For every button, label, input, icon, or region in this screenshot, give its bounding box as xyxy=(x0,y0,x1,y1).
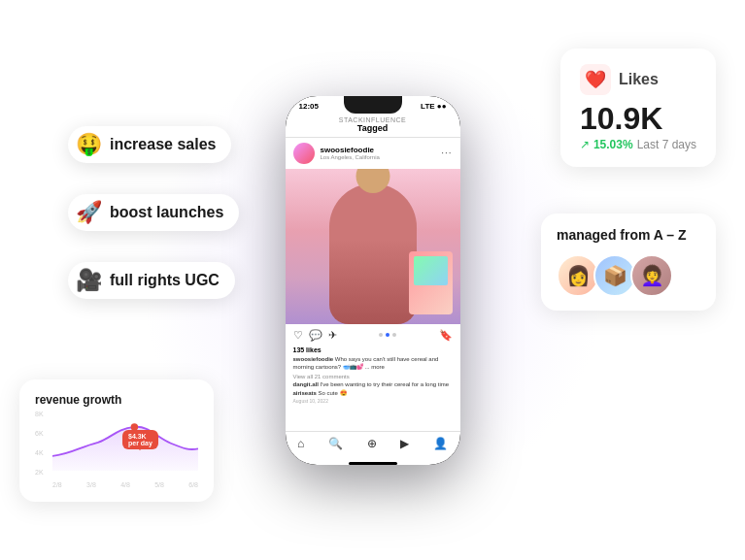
view-comments[interactable]: View all 21 comments xyxy=(286,373,460,380)
chart-y-labels: 8K 6K 4K 2K xyxy=(35,411,44,488)
comment-1-user: dangit.all xyxy=(293,381,319,387)
phone-screen: 12:05 LTE ●● STACKINFLUENCE Tagged swoos… xyxy=(286,96,460,465)
person-head xyxy=(356,169,389,193)
phone-notch xyxy=(344,96,402,114)
likes-period: Last 7 days xyxy=(637,138,696,151)
phone-mockup: 12:05 LTE ●● STACKINFLUENCE Tagged swoos… xyxy=(286,96,460,465)
post-actions: ♡ 💬 ✈ 🔖 xyxy=(286,324,460,346)
revenue-title: revenue growth xyxy=(35,393,198,407)
likes-number: 10.9K xyxy=(580,103,696,134)
camera-emoji: 🎥 xyxy=(76,270,102,291)
share-icon[interactable]: ✈ xyxy=(328,329,337,342)
managed-avatar-3: 👩‍🦱 xyxy=(630,254,673,297)
money-emoji: 🤑 xyxy=(76,134,102,155)
bottom-nav: ⌂ 🔍 ⊕ ▶ 👤 xyxy=(286,431,460,458)
reel-icon[interactable]: ▶ xyxy=(400,437,409,450)
post-caption: swoosiefoodie Who says you can't still h… xyxy=(286,353,460,374)
comment-1-text: I've been wanting to try their cereal fo… xyxy=(321,381,450,387)
caption-username: swoosiefoodie xyxy=(293,356,334,362)
likes-percent: 15.03% xyxy=(593,138,633,151)
likes-card: ❤️ Likes 10.9K ↗ 15.03% Last 7 days xyxy=(560,49,716,167)
avatar-1-face: 👩 xyxy=(559,256,597,295)
comment-icon[interactable]: 💬 xyxy=(309,329,322,342)
pill-2-text: boost launches xyxy=(110,204,223,221)
x-label-3: 4/8 xyxy=(120,481,130,488)
time: 12:05 xyxy=(299,102,319,111)
person-figure xyxy=(329,183,417,324)
heart-icon-card: ❤️ xyxy=(580,64,611,95)
options-dots[interactable]: ··· xyxy=(441,148,452,158)
bookmark-icon[interactable]: 🔖 xyxy=(439,329,453,342)
chart-area: 8K 6K 4K 2K $4.3Kper day 2/8 3/8 4/8 5 xyxy=(35,411,198,488)
user-info: swoosiefoodie Los Angeles, California xyxy=(321,146,442,160)
x-label-1: 2/8 xyxy=(52,481,62,488)
dot-2 xyxy=(386,333,389,337)
y-label-4k: 4K xyxy=(35,449,44,456)
action-icons: ♡ 💬 ✈ xyxy=(293,329,337,342)
username: swoosiefoodie xyxy=(321,146,442,154)
likes-count: 135 likes xyxy=(286,346,460,353)
trend-up-icon: ↗ xyxy=(580,138,590,151)
likes-change: ↗ 15.03% Last 7 days xyxy=(580,138,696,151)
pill-ugc: 🎥 full rights UGC xyxy=(68,262,235,299)
y-label-2k: 2K xyxy=(35,469,44,476)
chart-x-labels: 2/8 3/8 4/8 5/8 6/8 xyxy=(52,481,198,488)
x-label-4: 5/8 xyxy=(154,481,164,488)
managed-card: managed from A – Z 👩 📦 👩‍🦱 xyxy=(541,214,716,311)
pill-1-text: increase sales xyxy=(110,136,216,153)
chart-tooltip: $4.3Kper day xyxy=(122,430,158,449)
comment-2: airiseats So cute 😍 xyxy=(286,388,460,397)
profile-icon[interactable]: 👤 xyxy=(433,437,448,450)
y-label-8k: 8K xyxy=(35,411,44,417)
avatar-2-face: 📦 xyxy=(595,256,634,295)
x-label-2: 3/8 xyxy=(86,481,96,488)
location: Los Angeles, California xyxy=(321,154,442,160)
avatar-3-face: 👩‍🦱 xyxy=(632,256,671,295)
comment-2-text: So cute 😍 xyxy=(319,390,347,396)
product-box-inner xyxy=(414,256,448,285)
post-date: August 10, 2022 xyxy=(286,397,460,405)
x-label-5: 6/8 xyxy=(188,481,198,488)
likes-header: ❤️ Likes xyxy=(580,64,696,95)
home-bar xyxy=(349,462,397,465)
home-icon[interactable]: ⌂ xyxy=(297,437,304,450)
comment-1: dangit.all I've been wanting to try thei… xyxy=(286,380,460,388)
platform-name: STACKINFLUENCE xyxy=(286,116,460,123)
product-box xyxy=(409,251,453,314)
heart-icon[interactable]: ♡ xyxy=(293,329,303,342)
avatar xyxy=(293,143,315,164)
post-image xyxy=(286,169,460,324)
revenue-card: revenue growth 8K 6K 4K 2K $4.3Kper day … xyxy=(19,379,214,502)
y-label-6k: 6K xyxy=(35,430,44,437)
likes-label: Likes xyxy=(619,71,659,88)
rocket-emoji: 🚀 xyxy=(76,202,102,223)
pill-boost-launches: 🚀 boost launches xyxy=(68,194,239,231)
managed-avatars: 👩 📦 👩‍🦱 xyxy=(557,254,700,297)
add-icon[interactable]: ⊕ xyxy=(367,437,377,450)
comment-2-user: airiseats xyxy=(293,390,317,396)
search-icon[interactable]: 🔍 xyxy=(328,437,343,450)
tab-label: Tagged xyxy=(286,123,460,133)
phone-header: STACKINFLUENCE Tagged xyxy=(286,113,460,138)
dot-3 xyxy=(392,333,396,337)
pill-increase-sales: 🤑 increase sales xyxy=(68,126,231,163)
dot-1 xyxy=(379,333,383,337)
pill-3-text: full rights UGC xyxy=(110,272,220,289)
signal: LTE ●● xyxy=(421,102,446,111)
image-dots-nav xyxy=(379,333,396,337)
managed-title: managed from A – Z xyxy=(557,227,700,243)
user-row: swoosiefoodie Los Angeles, California ··… xyxy=(286,138,460,169)
